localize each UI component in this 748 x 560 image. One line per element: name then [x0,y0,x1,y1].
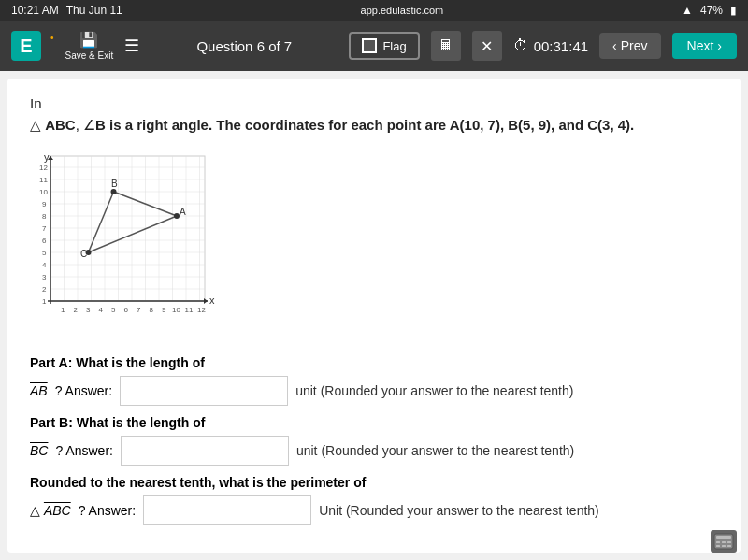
calculator-icon [711,530,737,553]
svg-rect-68 [727,541,731,543]
svg-text:11: 11 [39,176,48,184]
part-a-label: Part A: What is the length of [30,355,718,370]
svg-text:2: 2 [74,306,79,314]
timer-area: ⏱ 00:31:41 [513,37,588,54]
status-bar: 10:21 AM Thu Jun 11 app.edulastic.com ▲ … [0,0,748,21]
part-b-label: Part B: What is the length of [30,415,718,430]
svg-rect-66 [716,541,720,543]
svg-rect-70 [722,545,726,547]
svg-text:C: C [80,249,87,259]
next-button[interactable]: Next › [672,33,737,59]
svg-point-59 [111,189,117,194]
battery-display: 47% [700,4,723,17]
segment-ab: AB [30,383,48,398]
question-intro: In [30,95,718,111]
flag-button[interactable]: Flag [349,32,419,60]
logo-e-icon: E [11,31,41,61]
part-c-label: Rounded to the nearest tenth, what is th… [30,475,718,490]
toolbar: E • 💾 Save & Exit ☰ Question 6 of 7 Flag… [0,21,748,71]
menu-icon[interactable]: ☰ [124,36,139,56]
save-exit-label: Save & Exit [65,50,114,61]
svg-text:x: x [209,294,215,306]
logo-dot: • [50,33,54,43]
flag-checkbox [362,38,377,53]
part-b-unit: unit (Rounded your answer to the nearest… [296,443,574,458]
bottom-right-area [711,530,737,553]
triangle-abc: △ ABC [30,503,71,518]
svg-rect-65 [716,536,731,539]
url-display: app.edulastic.com [361,5,444,16]
coordinate-graph: x y 1 2 3 4 5 6 7 8 9 10 11 12 1 2 3 4 5… [30,151,217,333]
svg-text:8: 8 [150,306,154,314]
part-a-answer-row: AB ? Answer: unit (Rounded your answer t… [30,376,718,406]
question-body: △ ABC, ∠B is a right angle. The coordina… [30,115,718,136]
svg-text:7: 7 [42,224,47,233]
part-b-answer-row: BC ? Answer: unit (Rounded your answer t… [30,436,718,466]
svg-marker-27 [204,298,208,304]
time-display: 10:21 AM [11,4,59,17]
next-chevron-icon: › [717,38,722,53]
svg-text:10: 10 [172,306,180,314]
svg-text:5: 5 [42,249,47,257]
svg-text:11: 11 [185,306,194,314]
svg-text:9: 9 [42,200,47,208]
svg-text:5: 5 [111,306,116,314]
timer-icon: ⏱ [513,37,528,54]
question-text: is a right angle. The coordinates for ea… [109,117,634,133]
prev-chevron-icon: ‹ [612,38,617,53]
svg-text:y: y [44,151,50,163]
svg-text:10: 10 [39,188,48,196]
save-exit-button[interactable]: 💾 Save & Exit [65,31,114,61]
svg-text:9: 9 [162,306,166,314]
part-a-unit: unit (Rounded your answer to the nearest… [295,383,573,398]
part-c-answer-label: ? Answer: [79,503,136,518]
flag-label: Flag [382,39,406,53]
graph-svg: x y 1 2 3 4 5 6 7 8 9 10 11 12 1 2 3 4 5… [30,151,217,329]
svg-rect-0 [50,156,205,301]
part-b-input[interactable] [121,436,289,466]
svg-text:1: 1 [42,297,47,306]
svg-text:12: 12 [39,164,48,172]
content-area: In △ ABC, ∠B is a right angle. The coord… [7,79,741,553]
part-c-input[interactable] [143,495,311,525]
svg-text:A: A [180,207,186,217]
svg-text:7: 7 [137,306,141,314]
triangle-symbol: △ ABC, ∠B [30,117,106,133]
part-b-answer-label: ? Answer: [55,443,112,458]
wifi-icon: ▲ [682,4,693,17]
part-c-unit: Unit (Rounded your answer to the nearest… [319,503,599,518]
svg-rect-67 [722,541,726,543]
svg-text:3: 3 [86,306,91,314]
logo-area: E • [11,31,54,61]
svg-text:6: 6 [42,237,47,245]
battery-icon: ▮ [730,4,737,17]
svg-rect-71 [727,545,731,547]
date-display: Thu Jun 11 [66,4,122,17]
question-label: Question 6 of 7 [151,38,338,54]
save-icon: 💾 [79,31,98,49]
svg-text:2: 2 [42,285,47,294]
part-c-answer-row: △ ABC ? Answer: Unit (Rounded your answe… [30,495,718,525]
svg-text:B: B [111,179,118,189]
part-a-input[interactable] [120,376,288,406]
svg-text:6: 6 [124,306,129,314]
svg-text:4: 4 [99,306,104,314]
svg-text:4: 4 [42,261,47,269]
calculator-tool-button[interactable]: 🖩 [431,31,461,61]
part-a-answer-label: ? Answer: [55,383,112,398]
svg-rect-69 [716,545,720,547]
svg-text:12: 12 [197,306,206,314]
close-tool-button[interactable]: ✕ [472,31,502,61]
timer-display: 00:31:41 [534,38,588,54]
svg-text:1: 1 [61,306,65,314]
prev-button[interactable]: ‹ Prev [599,33,660,59]
svg-text:8: 8 [42,212,47,221]
svg-text:3: 3 [42,273,47,281]
segment-bc: BC [30,443,48,458]
